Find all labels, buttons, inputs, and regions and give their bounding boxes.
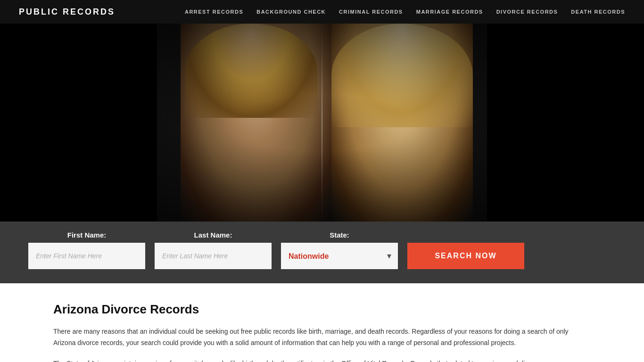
- site-logo[interactable]: PUBLIC RECORDS: [19, 7, 115, 17]
- first-name-input[interactable]: [28, 243, 145, 269]
- content-paragraph-2: The State of Arizona maintains copies of…: [53, 358, 591, 362]
- main-nav: ARREST RECORDS BACKGROUND CHECK CRIMINAL…: [185, 9, 625, 15]
- state-select[interactable]: Nationwide Alabama Alaska Arizona Arkans…: [281, 243, 398, 269]
- last-name-input[interactable]: [155, 243, 272, 269]
- site-header: PUBLIC RECORDS ARREST RECORDS BACKGROUND…: [0, 0, 644, 24]
- hero-image: [0, 24, 644, 222]
- first-name-label: First Name:: [28, 231, 145, 239]
- hero-section: [0, 24, 644, 222]
- last-name-label: Last Name:: [155, 231, 272, 239]
- content-paragraph-1: There are many reasons that an individua…: [53, 326, 591, 349]
- page-title: Arizona Divorce Records: [53, 302, 591, 317]
- state-label: State:: [281, 231, 398, 239]
- nav-divorce-records[interactable]: DIVORCE RECORDS: [496, 9, 558, 15]
- nav-criminal-records[interactable]: CRIMINAL RECORDS: [339, 9, 403, 15]
- nav-arrest-records[interactable]: ARREST RECORDS: [185, 9, 243, 15]
- search-section: First Name: Last Name: State: Nationwide…: [0, 222, 644, 283]
- content-section: Arizona Divorce Records There are many r…: [0, 283, 644, 362]
- nav-marriage-records[interactable]: MARRIAGE RECORDS: [416, 9, 483, 15]
- state-select-wrapper: Nationwide Alabama Alaska Arizona Arkans…: [281, 243, 398, 269]
- state-field-group: State: Nationwide Alabama Alaska Arizona…: [281, 231, 398, 269]
- last-name-field-group: Last Name:: [155, 231, 272, 269]
- nav-background-check[interactable]: BACKGROUND CHECK: [256, 9, 326, 15]
- search-now-button[interactable]: SEARCH NOW: [407, 243, 524, 269]
- nav-death-records[interactable]: DEATH RECORDS: [571, 9, 625, 15]
- hero-overlay: [0, 24, 644, 222]
- first-name-field-group: First Name:: [28, 231, 145, 269]
